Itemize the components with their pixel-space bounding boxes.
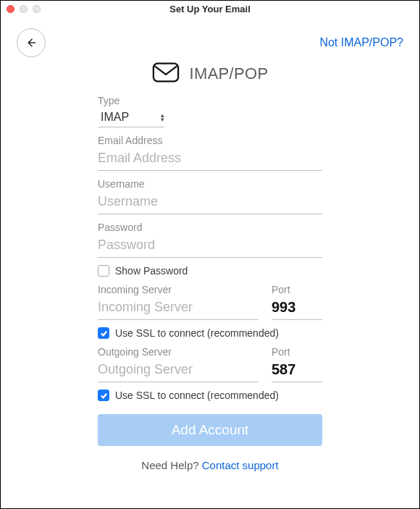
outgoing-ssl-row[interactable]: Use SSL to connect (recommended) [98,390,322,401]
window-title: Set Up Your Email [1,4,419,14]
arrow-left-icon [25,36,38,49]
chevron-up-down-icon: ▴▾ [161,113,164,122]
svg-rect-0 [154,64,178,82]
protocol-header: IMAP/POP [17,62,403,86]
incoming-port-value[interactable]: 993 [272,297,322,320]
window-titlebar: Set Up Your Email [1,1,419,18]
outgoing-ssl-checkbox[interactable] [98,390,109,401]
incoming-server-label: Incoming Server [98,284,259,295]
outgoing-server-field[interactable] [98,359,259,382]
outgoing-server-label: Outgoing Server [98,346,259,358]
outgoing-port-label: Port [272,346,322,358]
show-password-label: Show Password [115,265,188,277]
outgoing-port-value[interactable]: 587 [272,359,322,382]
contact-support-link[interactable]: Contact support [202,459,279,471]
incoming-ssl-row[interactable]: Use SSL to connect (recommended) [98,327,322,339]
envelope-icon [152,62,180,86]
password-field[interactable] [98,235,322,258]
username-field[interactable] [98,191,322,214]
email-setup-form: Type IMAP ▴▾ Email Address Username Pass… [98,95,322,446]
need-help-text: Need Help? [141,459,201,471]
not-imap-pop-link[interactable]: Not IMAP/POP? [319,36,403,49]
type-select-value: IMAP [101,111,149,124]
add-account-button[interactable]: Add Account [98,414,322,446]
back-button[interactable] [17,28,46,57]
incoming-port-label: Port [272,284,322,295]
protocol-heading: IMAP/POP [190,64,269,83]
username-label: Username [98,178,322,190]
email-field[interactable] [98,148,322,171]
incoming-ssl-checkbox[interactable] [98,327,109,339]
password-label: Password [98,222,322,233]
type-select[interactable]: IMAP ▴▾ [98,108,164,127]
incoming-ssl-label: Use SSL to connect (recommended) [115,327,279,339]
outgoing-ssl-label: Use SSL to connect (recommended) [115,390,279,401]
footer: Need Help? Contact support [17,459,403,471]
show-password-checkbox[interactable] [98,265,109,277]
incoming-server-field[interactable] [98,297,259,320]
type-label: Type [98,95,322,106]
email-label: Email Address [98,135,322,146]
show-password-row[interactable]: Show Password [98,265,322,277]
